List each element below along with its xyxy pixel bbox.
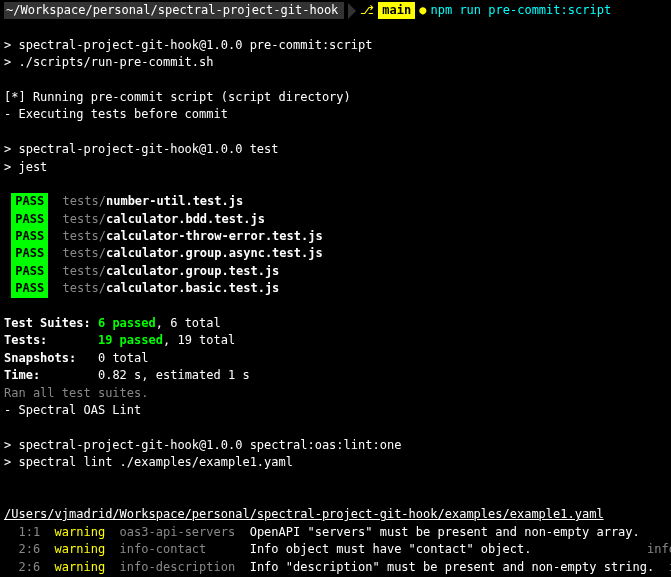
pass-badge: PASS [11,193,48,210]
output-line [4,72,667,89]
output-line [4,176,667,193]
test-dir: tests/ [63,264,106,278]
pass-badge: PASS [11,245,48,262]
test-dir: tests/ [63,246,106,260]
test-dir: tests/ [63,212,106,226]
test-row: PASS tests/calculator.group.async.test.j… [4,245,667,262]
output-line: - Executing tests before commit [4,106,667,123]
pass-badge: PASS [11,228,48,245]
command-text: npm run pre-commit:script [430,2,611,19]
output-line [4,124,667,141]
test-file: calculator.basic.test.js [106,281,279,295]
output-line: [*] Running pre-commit script (script di… [4,89,667,106]
output-line [4,298,667,315]
test-file: number-util.test.js [106,194,243,208]
test-row: PASS tests/calculator.bdd.test.js [4,211,667,228]
output-line: > spectral lint ./examples/example1.yaml [4,454,667,471]
test-dir: tests/ [63,281,106,295]
summary-ran: Ran all test suites. [4,385,667,402]
output-line: > spectral-project-git-hook@1.0.0 test [4,141,667,158]
test-file: calculator.bdd.test.js [106,212,265,226]
branch-icon: ⎇ [360,2,374,19]
test-row: PASS tests/calculator.group.test.js [4,263,667,280]
pass-badge: PASS [11,211,48,228]
test-file: calculator-throw-error.test.js [106,229,323,243]
chevron-right-icon [348,3,356,19]
output-line [4,19,667,36]
output-line: > ./scripts/run-pre-commit.sh [4,54,667,71]
test-row: PASS tests/calculator-throw-error.test.j… [4,228,667,245]
bullet-icon: ● [419,2,426,19]
summary-suites: Test Suites: 6 passed, 6 total [4,315,667,332]
lint-file-path: /Users/vjmadrid/Workspace/personal/spect… [4,506,667,523]
output-line: > jest [4,159,667,176]
output-line: > spectral-project-git-hook@1.0.0 pre-co… [4,37,667,54]
lint-rows: 1:1 warning oas3-api-servers OpenAPI "se… [4,524,667,576]
branch-name: main [378,2,415,19]
summary-time: Time: 0.82 s, estimated 1 s [4,367,667,384]
test-file: calculator.group.async.test.js [106,246,323,260]
output-line [4,419,667,436]
test-results: PASS tests/number-util.test.js PASS test… [4,193,667,297]
summary-tests: Tests: 19 passed, 19 total [4,332,667,349]
output-line [4,489,667,506]
pass-badge: PASS [11,280,48,297]
lint-row: 2:6 warning info-description Info "descr… [4,559,667,576]
output-line: - Spectral OAS Lint [4,402,667,419]
test-dir: tests/ [63,194,106,208]
test-row: PASS tests/calculator.basic.test.js [4,280,667,297]
prompt-path: ~/Workspace/personal/spectral-project-gi… [4,2,344,19]
test-dir: tests/ [63,229,106,243]
summary-snapshots: Snapshots: 0 total [4,350,667,367]
output-line: > spectral-project-git-hook@1.0.0 spectr… [4,437,667,454]
prompt-line-1[interactable]: ~/Workspace/personal/spectral-project-gi… [4,2,667,19]
lint-row: 1:1 warning oas3-api-servers OpenAPI "se… [4,524,667,541]
lint-row: 2:6 warning info-contact Info object mus… [4,541,667,558]
test-row: PASS tests/number-util.test.js [4,193,667,210]
output-line [4,472,667,489]
test-file: calculator.group.test.js [106,264,279,278]
pass-badge: PASS [11,263,48,280]
